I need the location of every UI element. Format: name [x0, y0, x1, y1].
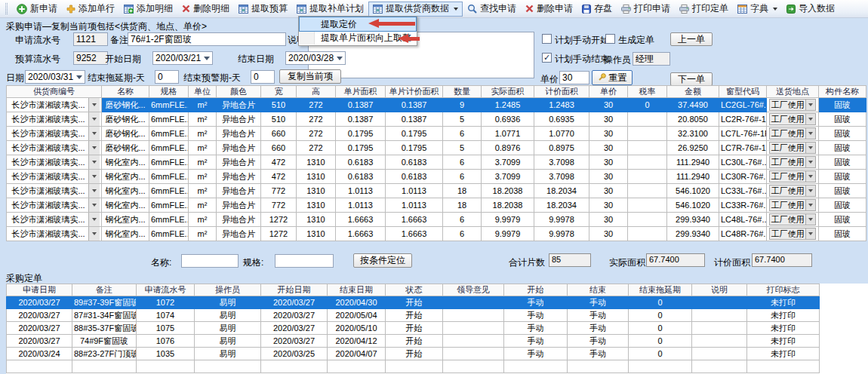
grid-cell[interactable]: 1.2485	[482, 98, 534, 112]
grid-cell[interactable]: 0	[629, 335, 692, 348]
grid-cell[interactable]: 1075	[137, 322, 195, 335]
grid-cell[interactable]: 30	[589, 213, 628, 227]
grid-cell[interactable]: 2020/03/27	[261, 335, 328, 348]
grid-cell[interactable]: LC2GL-76#...	[719, 98, 767, 112]
grid-cell[interactable]: 88#23-27F门顶玻	[72, 348, 137, 360]
delivery-combo-cell[interactable]: 工厂使用	[767, 155, 819, 170]
grid-cell[interactable]: 固玻	[819, 213, 866, 227]
grid-cell[interactable]: m²	[189, 170, 217, 184]
grid-cell[interactable]: 18.2038	[482, 184, 534, 198]
column-header[interactable]: 实际面积	[482, 86, 534, 98]
toolbar-delete-request-button[interactable]: 删除申请	[521, 2, 577, 17]
column-header[interactable]: 宽	[261, 86, 297, 98]
grid-cell[interactable]: 固玻	[819, 98, 866, 112]
grid-cell[interactable]: LC48L-76#...	[719, 213, 767, 227]
grid-cell[interactable]: 6mmFLE...	[149, 198, 189, 213]
chevron-down-icon[interactable]	[805, 100, 815, 110]
grid-cell[interactable]: 18.2034	[534, 198, 589, 213]
table-row[interactable]: 长沙市潇湘玻璃实...钢化室内...6mmFLE...m²异地合片1272131…	[7, 227, 866, 241]
table-row[interactable]: 长沙市潇湘玻璃实...钢化室内...6mmFLE...m²异地合片4721310…	[7, 170, 866, 184]
grid-cell[interactable]: 0.6183	[336, 155, 386, 170]
grid-cell[interactable]: 30	[589, 155, 628, 170]
table-row[interactable]: 2020/03/2488#23-27F门顶玻1035易明2020/03/2520…	[7, 348, 820, 360]
grid-cell[interactable]: 111.2940	[667, 170, 719, 184]
toolbar-import-data-button[interactable]: 导入数据	[782, 2, 839, 17]
supplier-combo-cell[interactable]: 长沙市潇湘玻璃实...	[7, 227, 102, 241]
column-header[interactable]: 状态	[386, 284, 443, 296]
grid-cell[interactable]: 1310	[297, 170, 336, 184]
grid-cell[interactable]: 1.0113	[386, 184, 443, 198]
grid-cell[interactable]: 5	[443, 141, 482, 155]
grid-cell[interactable]: 3.7099	[482, 170, 534, 184]
grid-cell[interactable]: 磨砂钢化...	[102, 127, 149, 141]
grid-cell[interactable]: 30	[589, 170, 628, 184]
grid-cell[interactable]: 磨砂钢化...	[102, 112, 149, 127]
grid-cell[interactable]: 26.9250	[667, 141, 719, 155]
table-row[interactable]: 长沙市潇湘玻璃实...钢化室内...6mmFLE...m²异地合片1272131…	[7, 213, 866, 227]
supplier-combo-cell[interactable]: 长沙市潇湘玻璃实...	[7, 127, 102, 141]
grid-cell[interactable]: 6	[443, 213, 482, 227]
grid-cell[interactable]: 6	[443, 227, 482, 241]
grid-cell[interactable]	[692, 335, 747, 348]
grid-cell[interactable]: 2020/03/27	[261, 322, 328, 335]
column-header[interactable]: 窗型代码	[719, 86, 767, 98]
end-delay-field[interactable]	[155, 70, 179, 84]
grid-cell[interactable]: 1.6663	[386, 227, 443, 241]
grid-cell[interactable]: 111.2940	[667, 155, 719, 170]
grid-cell[interactable]: 1272	[261, 227, 297, 241]
grid-cell[interactable]: LC33L-76#...	[719, 184, 767, 198]
column-header[interactable]: 金额	[667, 86, 719, 98]
grid-cell[interactable]: 6mmFLE...	[149, 98, 189, 112]
column-header[interactable]: 单价	[589, 86, 628, 98]
column-header[interactable]: 备注	[72, 284, 137, 296]
grid-cell[interactable]	[629, 360, 692, 373]
grid-cell[interactable]: 1310	[297, 227, 336, 241]
column-header[interactable]: 结束拖延期	[629, 284, 692, 296]
grid-cell[interactable]: 9.9978	[534, 227, 589, 241]
grid-cell[interactable]: 0.1795	[386, 141, 443, 155]
grid-cell[interactable]: 0.1795	[386, 127, 443, 141]
grid-cell[interactable]: 9.9979	[482, 227, 534, 241]
grid-cell[interactable]	[443, 309, 504, 322]
chevron-down-icon[interactable]	[88, 127, 100, 140]
column-header[interactable]: 名称	[102, 86, 149, 98]
grid-cell[interactable]: 510	[261, 112, 297, 127]
delivery-combo-cell[interactable]: 工厂使用	[767, 227, 819, 241]
delivery-combo-cell[interactable]: 工厂使用	[767, 213, 819, 227]
next-order-button[interactable]: 下一单	[670, 72, 713, 86]
column-header[interactable]: 构件名称	[819, 86, 866, 98]
delivery-combo-cell[interactable]: 工厂使用	[767, 184, 819, 198]
chevron-down-icon[interactable]	[88, 98, 100, 112]
grid-cell[interactable]: 5	[443, 112, 482, 127]
grid-cell[interactable]	[628, 127, 667, 141]
grid-cell[interactable]: 0	[629, 309, 692, 322]
chevron-down-icon[interactable]	[773, 8, 777, 11]
grid-cell[interactable]	[137, 360, 195, 373]
grid-cell[interactable]: 2020/03/27	[261, 309, 328, 322]
chevron-down-icon[interactable]	[805, 114, 815, 124]
toolbar-extract-budget-button[interactable]: 提取预算	[234, 2, 292, 17]
grid-cell[interactable]: 2020/05/04	[328, 309, 386, 322]
grid-cell[interactable]: LC2R-76#-1F	[719, 112, 767, 127]
grid-cell[interactable]: 272	[297, 127, 336, 141]
grid-cell[interactable]: 易明	[195, 335, 261, 348]
grid-cell[interactable]: 6mmFLE...	[149, 184, 189, 198]
grid-cell[interactable]	[386, 360, 443, 373]
column-header[interactable]: 申请流水号	[137, 284, 195, 296]
chevron-down-icon[interactable]	[805, 157, 815, 167]
chevron-down-icon[interactable]	[805, 214, 815, 225]
grid-cell[interactable]: 手动	[568, 348, 629, 360]
grid-cell[interactable]	[628, 155, 667, 170]
column-header[interactable]: 税率	[628, 86, 667, 98]
grid-cell[interactable]	[692, 360, 747, 373]
grid-cell[interactable]: 472	[261, 155, 297, 170]
column-header[interactable]: 数量	[443, 86, 482, 98]
toolbar-add-detail-button[interactable]: 添加明细	[119, 2, 177, 17]
grid-cell[interactable]: 660	[261, 127, 297, 141]
grid-cell[interactable]: 3.7098	[534, 170, 589, 184]
grid-cell[interactable]: 30	[589, 184, 628, 198]
chevron-down-icon[interactable]	[88, 184, 100, 198]
table-row[interactable]: 2020/03/2774#9F窗固玻1076易明2020/03/272020/0…	[7, 335, 820, 348]
grid-cell[interactable]: 手动	[568, 335, 629, 348]
grid-cell[interactable]: 299.9340	[667, 227, 719, 241]
